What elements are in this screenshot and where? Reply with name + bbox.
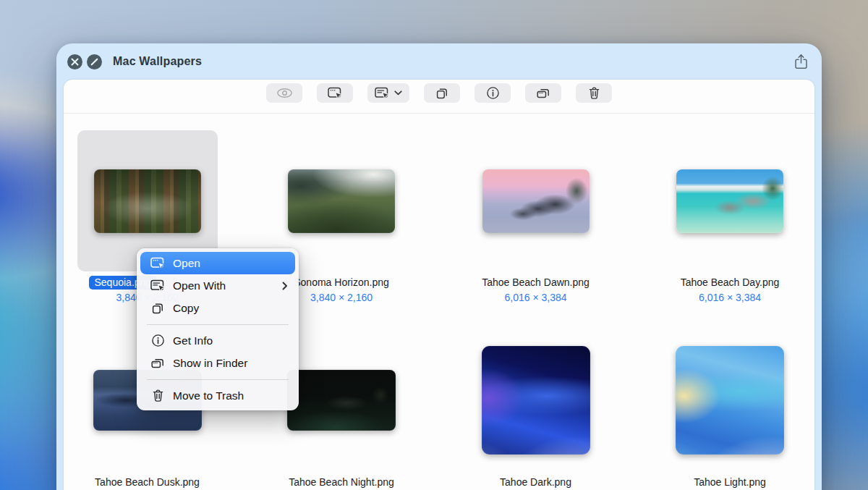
file-name: Tahoe Beach Dusk.png [68, 476, 227, 489]
toolbar [64, 80, 814, 114]
get-info-toolbar-button[interactable] [475, 83, 511, 103]
trash-icon [152, 389, 164, 402]
file-dimensions: 6,016 × 3,384 [456, 292, 616, 303]
thumbnail-area [466, 130, 606, 271]
menu-item-label: Copy [173, 302, 199, 315]
file-cell[interactable]: Tahoe Dark.png [456, 330, 616, 489]
wallpaper-thumbnail[interactable] [287, 370, 396, 431]
file-cell[interactable]: Tahoe Beach Dawn.png6,016 × 3,384 [456, 130, 616, 303]
open-toolbar-button[interactable] [317, 83, 353, 103]
chevron-right-icon [282, 282, 288, 290]
wallpaper-thumbnail[interactable] [676, 346, 784, 455]
open-window-icon [328, 87, 342, 99]
share-button[interactable] [793, 54, 809, 70]
info-icon [151, 334, 165, 347]
wallpaper-thumbnail[interactable] [94, 169, 201, 233]
file-cell[interactable]: Tahoe Beach Day.png6,016 × 3,384 [650, 130, 809, 303]
copy-icon [151, 302, 164, 315]
quick-look-toolbar-button[interactable] [266, 83, 302, 103]
window-titlebar: Mac Wallpapers [56, 43, 822, 80]
menu-item-move-to-trash[interactable]: Move to Trash [140, 384, 295, 407]
menu-item-label: Open With [173, 279, 226, 292]
file-cell[interactable]: Tahoe Light.png [650, 330, 809, 489]
trash-icon [588, 86, 600, 100]
file-name: Tahoe Light.png [650, 476, 809, 489]
wallpaper-thumbnail[interactable] [482, 169, 590, 233]
chevron-down-icon [394, 90, 402, 96]
wallpaper-thumbnail[interactable] [482, 346, 590, 455]
open-with-toolbar-button[interactable] [367, 83, 409, 103]
file-name: Tahoe Dark.png [456, 476, 616, 489]
thumbnail-area [466, 330, 606, 471]
menu-item-label: Open [173, 257, 200, 270]
menu-item-label: Move to Trash [173, 389, 244, 402]
copy-toolbar-button[interactable] [424, 83, 460, 103]
copy-icon [435, 87, 448, 100]
menu-item-label: Show in Finder [173, 357, 247, 370]
menu-separator [147, 324, 289, 325]
windows-icon [536, 88, 550, 99]
context-menu: OpenOpen WithCopyGet InfoShow in FinderM… [137, 248, 299, 410]
file-name: Tahoe Beach Dawn.png [456, 276, 616, 290]
eye-icon [276, 88, 293, 98]
open-with-icon [375, 87, 389, 99]
windows-icon [150, 358, 165, 369]
menu-separator [147, 379, 289, 380]
open-with-icon [150, 279, 165, 292]
menu-item-copy[interactable]: Copy [140, 297, 295, 319]
file-dimensions: 6,016 × 3,384 [650, 292, 809, 303]
menu-item-show-in-finder[interactable]: Show in Finder [140, 352, 295, 374]
block-icon [90, 58, 98, 66]
wallpaper-thumbnail[interactable] [676, 169, 783, 233]
open-window-icon [150, 257, 165, 269]
menu-item-get-info[interactable]: Get Info [140, 329, 295, 352]
close-button[interactable] [67, 54, 82, 69]
window-title: Mac Wallpapers [113, 55, 202, 68]
close-icon [71, 58, 79, 66]
menu-item-open-with[interactable]: Open With [140, 274, 295, 297]
menu-item-open[interactable]: Open [140, 252, 295, 274]
move-to-trash-toolbar-button[interactable] [576, 83, 612, 103]
share-icon [793, 54, 809, 70]
block-button[interactable] [87, 54, 102, 69]
menu-item-label: Get Info [173, 334, 213, 347]
file-name: Tahoe Beach Night.png [262, 476, 421, 489]
file-name: Tahoe Beach Day.png [650, 276, 809, 290]
wallpaper-thumbnail[interactable] [288, 169, 395, 233]
show-in-finder-toolbar-button[interactable] [525, 83, 561, 103]
thumbnail-area [660, 330, 800, 471]
info-icon [486, 86, 500, 100]
thumbnail-area [660, 130, 800, 271]
